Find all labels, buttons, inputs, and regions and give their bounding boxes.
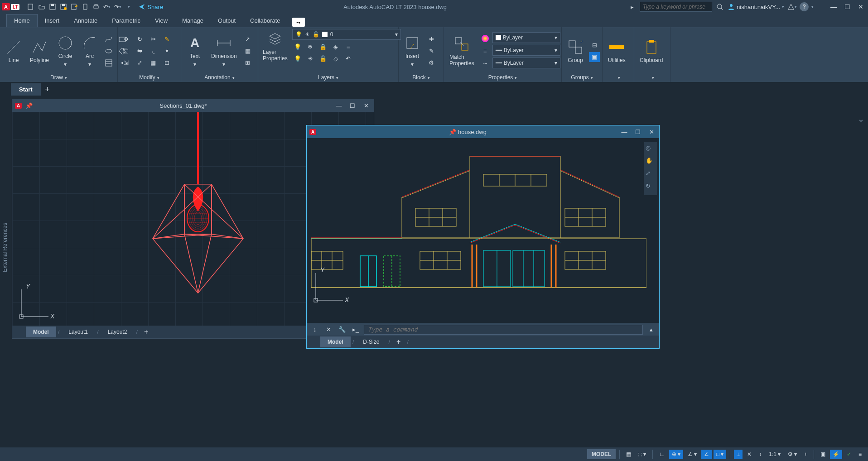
tab-view[interactable]: View	[148, 14, 175, 27]
sidebar-external-references[interactable]: External References	[2, 223, 8, 272]
command-input[interactable]	[364, 325, 643, 335]
doc1-tab-model[interactable]: Model	[26, 327, 56, 337]
color-dropdown[interactable]: ByLayer▾	[492, 32, 560, 43]
tab-collaborate[interactable]: Collaborate	[243, 14, 288, 27]
edit-attr-icon[interactable]: ⚙	[426, 58, 437, 68]
autodesk-app-icon[interactable]: ▾	[787, 2, 797, 12]
doc1-maximize[interactable]: ☐	[347, 101, 357, 110]
ribbon-visibility-icon[interactable]: ▪▾	[292, 18, 305, 27]
new-tab-button[interactable]: +	[41, 82, 54, 96]
layer-freeze-icon[interactable]: ❄	[305, 42, 316, 52]
table-icon[interactable]: ▦	[242, 46, 253, 56]
group-button[interactable]: Group	[564, 38, 586, 64]
nav-wheel-icon[interactable]: ◎	[646, 144, 656, 154]
doc2-tab-dsize[interactable]: D-Size	[356, 336, 386, 347]
create-block-icon[interactable]: ✚	[426, 34, 437, 44]
explode-icon[interactable]: ✦	[161, 46, 172, 56]
dimension-button[interactable]: Dimension▾	[208, 34, 240, 68]
clipboard-button[interactable]: Clipboard	[637, 38, 665, 64]
match-properties-button[interactable]: Match Properties	[447, 35, 477, 67]
layer-lock-icon[interactable]: 🔒	[318, 42, 328, 52]
lineweight-icon[interactable]: ≡	[480, 46, 491, 56]
group-edit-icon[interactable]: ▣	[589, 52, 600, 62]
doc2-maximize[interactable]: ☐	[633, 127, 643, 136]
qat-dropdown-icon[interactable]: ▾	[124, 2, 134, 12]
isolate-icon[interactable]: ▣	[818, 450, 828, 459]
layer-properties-button[interactable]: Layer Properties	[261, 31, 289, 62]
layer-thaw-icon[interactable]: ☀	[305, 53, 316, 63]
panel-modify-title[interactable]: Modify▾	[121, 73, 178, 82]
scale-icon[interactable]: ⤢	[134, 58, 145, 68]
text-button[interactable]: AText▾	[184, 34, 206, 68]
layer-prev-icon[interactable]: ↶	[343, 53, 354, 63]
rotate-icon[interactable]: ↻	[134, 34, 145, 44]
move-icon[interactable]: ✥	[121, 34, 131, 44]
panel-groups-title[interactable]: Groups▾	[564, 73, 599, 82]
customize-status-icon[interactable]: ≡	[856, 450, 864, 459]
layer-unlock-icon[interactable]: 🔓	[318, 53, 328, 63]
mtext-icon[interactable]: ⊞	[242, 58, 253, 68]
osnap-icon[interactable]: ∠	[701, 450, 712, 459]
tab-home[interactable]: Home	[6, 14, 38, 27]
arc-button[interactable]: Arc▾	[79, 34, 101, 68]
doc1-tab-layout2[interactable]: Layout2	[101, 327, 135, 337]
doc2-tab-model[interactable]: Model	[320, 336, 351, 347]
doc2-canvas[interactable]: YX ◎ ✋ ⤢ ↻	[307, 138, 659, 323]
ortho-icon[interactable]: ∟	[656, 450, 667, 459]
panel-clipboard-title[interactable]: ▾	[637, 73, 667, 82]
erase-icon[interactable]: ✎	[161, 34, 172, 44]
tab-annotate[interactable]: Annotate	[67, 14, 105, 27]
polar-icon[interactable]: ⊕ ▾	[669, 450, 683, 459]
isodraft-icon[interactable]: ∠ ▾	[685, 450, 699, 459]
doc1-tab-layout1[interactable]: Layout1	[61, 327, 95, 337]
leader-icon[interactable]: ↗	[242, 34, 253, 44]
tab-parametric[interactable]: Parametric	[105, 14, 148, 27]
trim-icon[interactable]: ✂	[148, 34, 159, 44]
pan-icon[interactable]: ✋	[646, 157, 656, 167]
doc1-titlebar[interactable]: A 📌 Sections_01.dwg* — ☐ ✕	[12, 99, 374, 112]
help-icon[interactable]: ?	[800, 2, 809, 11]
zoom-extents-icon[interactable]: ⤢	[646, 170, 656, 180]
layer-on-icon[interactable]: 💡	[292, 53, 303, 63]
panel-annotation-title[interactable]: Annotation▾	[184, 73, 255, 82]
linetype-dropdown[interactable]: ━━ ByLayer▾	[492, 58, 560, 68]
layer-iso-icon[interactable]: ◈	[330, 42, 341, 52]
doc1-minimize[interactable]: —	[334, 101, 344, 110]
layer-dropdown[interactable]: 💡 ☀ 🔓 0 ▾	[292, 29, 401, 40]
open-icon[interactable]	[37, 2, 47, 12]
color-wheel-icon[interactable]	[480, 34, 491, 43]
grid-toggle-icon[interactable]: ▦	[623, 450, 634, 459]
hardware-accel-icon[interactable]: ⚡	[830, 450, 842, 459]
spline-icon[interactable]	[103, 34, 114, 44]
save-icon[interactable]	[48, 2, 58, 12]
search-arrow-icon[interactable]: ▸	[627, 2, 637, 12]
array-icon[interactable]: ▦	[148, 58, 159, 68]
ungroup-icon[interactable]: ⊟	[589, 40, 600, 50]
cmd-history-icon[interactable]: ↕	[309, 325, 320, 335]
insert-button[interactable]: Insert▾	[401, 34, 423, 68]
cmd-wrench-icon[interactable]: 🔧	[337, 325, 347, 335]
doc2-close[interactable]: ✕	[646, 127, 656, 136]
linetype-icon[interactable]: ┄	[480, 59, 491, 69]
transparency-icon[interactable]: ✕	[744, 450, 754, 459]
doc2-minimize[interactable]: —	[619, 127, 629, 136]
utilities-button[interactable]: Utilities	[605, 38, 628, 64]
pin-icon[interactable]: 📌	[449, 129, 456, 135]
search-icon[interactable]	[715, 2, 725, 12]
stretch-icon[interactable]: ⇲	[121, 58, 131, 68]
doc2-add-layout[interactable]: +	[392, 338, 405, 346]
cycling-icon[interactable]: ↕	[756, 450, 764, 459]
minimize-button[interactable]: —	[828, 2, 839, 11]
polyline-button[interactable]: Polyline	[27, 38, 52, 64]
tab-start[interactable]: Start	[11, 83, 41, 96]
gear-icon[interactable]: ⚙ ▾	[785, 450, 800, 459]
fillet-icon[interactable]: ◟	[148, 46, 159, 56]
doc1-close[interactable]: ✕	[361, 101, 371, 110]
share-button[interactable]: Share	[138, 3, 163, 10]
copy-icon[interactable]: ⿻	[121, 46, 131, 56]
hatch-icon[interactable]	[103, 58, 114, 68]
redo-icon[interactable]: ↷▾	[113, 2, 123, 12]
tab-output[interactable]: Output	[211, 14, 243, 27]
mobile-icon[interactable]	[80, 2, 90, 12]
edit-block-icon[interactable]: ✎	[426, 46, 437, 56]
